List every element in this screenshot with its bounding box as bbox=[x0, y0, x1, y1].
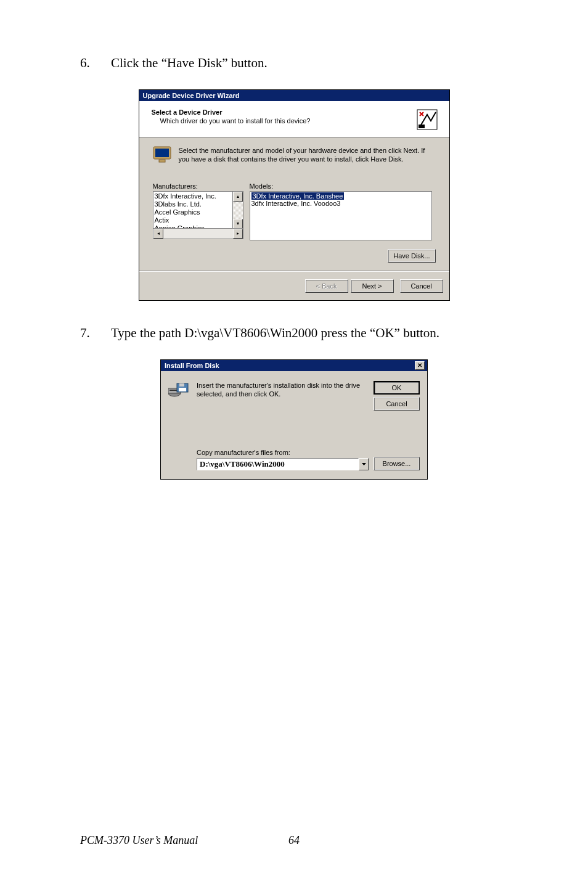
close-icon[interactable]: ✕ bbox=[415, 361, 425, 370]
browse-button[interactable]: Browse... bbox=[374, 457, 420, 470]
manufacturers-label: Manufacturers: bbox=[153, 182, 243, 190]
wizard-info-text: Select the manufacturer and model of you… bbox=[179, 146, 436, 164]
wizard-footer: < BackNext >Cancel bbox=[139, 271, 449, 300]
page-number: 64 bbox=[263, 834, 325, 847]
path-combobox[interactable] bbox=[197, 458, 369, 470]
device-icon bbox=[416, 108, 438, 131]
wizard-header-subtitle: Which driver do you want to install for … bbox=[152, 116, 416, 125]
next-button[interactable]: Next > bbox=[351, 279, 394, 293]
ok-button[interactable]: OK bbox=[374, 381, 420, 395]
wizard-title: Upgrade Device Driver Wizard bbox=[143, 92, 240, 99]
upgrade-wizard-dialog: Upgrade Device Driver Wizard Select a De… bbox=[139, 89, 450, 301]
install-from-disk-dialog: Install From Disk ✕ Insert the manufactu… bbox=[160, 359, 428, 480]
models-label: Models: bbox=[250, 182, 432, 190]
manufacturers-listbox[interactable]: 3Dfx Interactive, Inc. 3Dlabs Inc. Ltd. … bbox=[153, 191, 243, 239]
scroll-down-icon[interactable]: ▾ bbox=[233, 219, 243, 229]
svg-rect-1 bbox=[419, 125, 425, 128]
svg-rect-3 bbox=[155, 149, 169, 157]
wizard-titlebar: Upgrade Device Driver Wizard bbox=[139, 90, 449, 101]
list-item[interactable]: 3Dfx Interactive, Inc. Banshee bbox=[251, 192, 345, 200]
path-input[interactable] bbox=[197, 458, 359, 470]
scroll-right-icon[interactable]: ▸ bbox=[233, 229, 243, 239]
ifd-text: Insert the manufacturer's installation d… bbox=[197, 381, 365, 399]
floppy-icon bbox=[168, 381, 188, 401]
svg-rect-10 bbox=[179, 388, 186, 391]
wizard-header: Select a Device Driver Which driver do y… bbox=[139, 101, 449, 137]
list-item[interactable]: 3Dfx Interactive, Inc. bbox=[155, 192, 242, 200]
scroll-up-icon[interactable]: ▴ bbox=[233, 192, 243, 202]
manual-title: PCM-3370 User’s Manual bbox=[80, 834, 263, 847]
list-item[interactable]: Actix bbox=[155, 216, 242, 224]
ifd-title: Install From Disk bbox=[165, 362, 219, 369]
step-text: Type the path D:\vga\VT8606\Win2000 pres… bbox=[111, 325, 508, 341]
wizard-header-title: Select a Device Driver bbox=[152, 108, 416, 116]
step-number: 6. bbox=[80, 55, 111, 71]
have-disk-button[interactable]: Have Disk... bbox=[388, 249, 435, 263]
svg-rect-9 bbox=[179, 383, 184, 387]
step-7-instruction: 7. Type the path D:\vga\VT8606\Win2000 p… bbox=[80, 325, 508, 341]
list-item[interactable]: Accel Graphics bbox=[155, 208, 242, 216]
back-button[interactable]: < Back bbox=[305, 279, 348, 293]
ifd-titlebar: Install From Disk ✕ bbox=[161, 360, 427, 371]
copy-from-label: Copy manufacturer's files from: bbox=[197, 449, 369, 456]
horizontal-scrollbar[interactable]: ◂ ▸ bbox=[153, 228, 243, 239]
cancel-button[interactable]: Cancel bbox=[400, 279, 443, 293]
step-text: Click the “Have Disk” button. bbox=[111, 55, 508, 71]
step-number: 7. bbox=[80, 325, 111, 341]
models-listbox[interactable]: 3Dfx Interactive, Inc. Banshee 3dfx Inte… bbox=[250, 191, 432, 240]
scroll-left-icon[interactable]: ◂ bbox=[153, 229, 163, 239]
list-item[interactable]: 3Dlabs Inc. Ltd. bbox=[155, 200, 242, 208]
svg-rect-4 bbox=[159, 160, 165, 162]
list-item[interactable]: 3dfx Interactive, Inc. Voodoo3 bbox=[251, 200, 430, 207]
chevron-down-icon[interactable] bbox=[359, 458, 369, 470]
monitor-icon bbox=[153, 146, 173, 163]
page-footer: PCM-3370 User’s Manual 64 bbox=[80, 834, 508, 847]
step-6-instruction: 6. Click the “Have Disk” button. bbox=[80, 55, 508, 71]
ifd-cancel-button[interactable]: Cancel bbox=[374, 397, 420, 411]
vertical-scrollbar[interactable]: ▴ ▾ bbox=[232, 192, 243, 229]
